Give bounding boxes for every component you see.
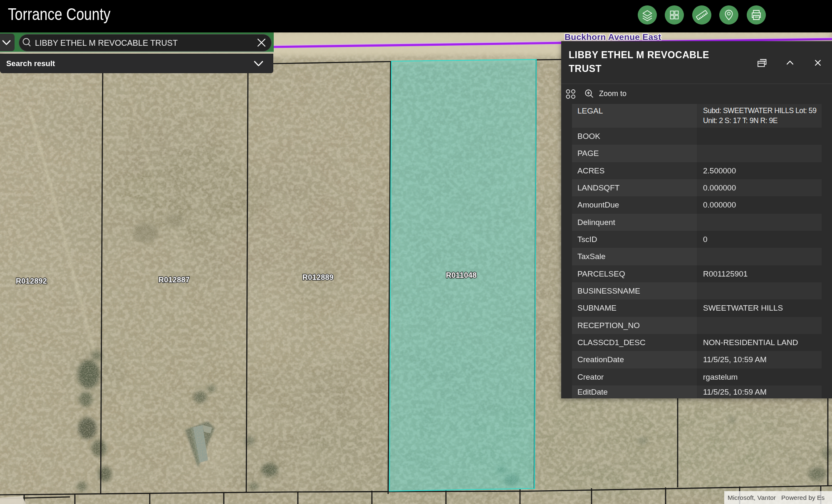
- svg-text:Buckhorn Avenue East: Buckhorn Avenue East: [565, 32, 661, 42]
- svg-text:R012892: R012892: [16, 277, 47, 285]
- svg-text:R012889: R012889: [302, 273, 334, 282]
- svg-text:R012887: R012887: [158, 276, 190, 284]
- svg-text:R011048: R011048: [446, 271, 477, 279]
